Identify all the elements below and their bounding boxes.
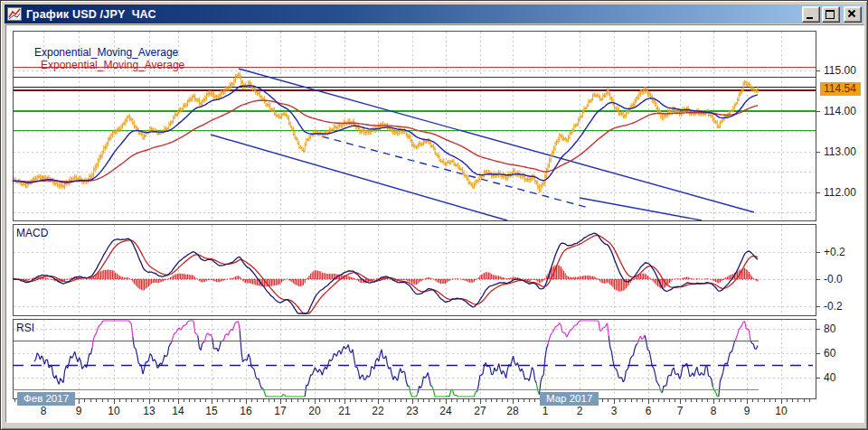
chart-window: График USD /JPY ЧАС Exponential_Moving_A… <box>0 0 868 430</box>
chart-canvas[interactable] <box>1 1 868 430</box>
